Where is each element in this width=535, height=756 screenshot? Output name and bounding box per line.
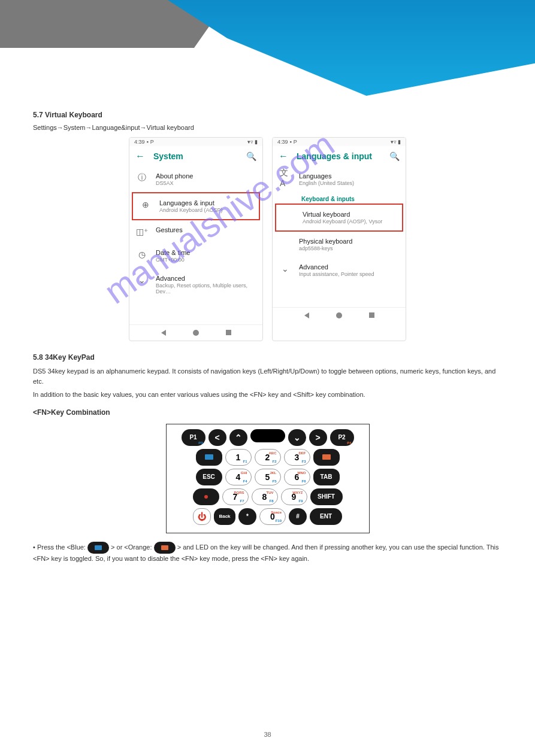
search-icon[interactable]: 🔍	[389, 151, 400, 161]
nav-home-icon[interactable]	[336, 312, 342, 318]
key-up: ⌃	[229, 429, 247, 446]
wifi-icon: ▾▿	[247, 139, 253, 145]
info-icon: ⓘ	[137, 172, 147, 183]
row-advanced[interactable]: ⌄ AdvancedInput assistance, Pointer spee…	[273, 257, 406, 283]
status-icon: ▪	[147, 139, 149, 145]
key-p2: P2P4	[330, 429, 354, 446]
key-8: 8TUVF8	[252, 488, 278, 505]
row-sub: DS5AX	[156, 180, 255, 186]
key-down: ⌄	[288, 429, 306, 446]
kb-paragraph-1: DS5 34key keypad is an alphanumeric keyp…	[33, 366, 502, 386]
row-sub: Backup, Reset options, Multiple users, D…	[156, 283, 255, 294]
row-title: Date & time	[156, 249, 255, 256]
status-p: P	[294, 139, 297, 145]
battery-icon: ▮	[255, 139, 258, 145]
row-sub: Android Keyboard (AOSP), Vysor	[303, 218, 395, 224]
row-gestures[interactable]: ◫⁺ Gestures	[129, 220, 262, 243]
row-advanced[interactable]: ⌄ AdvancedBackup, Reset options, Multipl…	[129, 269, 262, 300]
nav-recent-icon[interactable]	[369, 312, 374, 318]
row-title: Languages & input	[159, 199, 252, 207]
key-shift: SHIFT	[310, 488, 343, 505]
page-title: Languages & input	[297, 151, 381, 161]
battery-icon: ▮	[398, 139, 401, 145]
search-icon[interactable]: 🔍	[246, 151, 256, 161]
nav-home-icon[interactable]	[193, 330, 199, 336]
page-title: System	[153, 151, 238, 161]
back-icon[interactable]: ←	[135, 151, 145, 162]
key-7: 7PQRSF7	[222, 488, 249, 505]
key-fn-blue	[196, 449, 222, 466]
kb-section-label: Keyboard & inputs	[273, 192, 406, 204]
phone-languages-input: 4:39▪P ▾▿▮ ← Languages & input 🔍 文A Lang…	[272, 137, 406, 341]
key-2: 2ABCF2	[255, 449, 281, 466]
wifi-icon: ▾▿	[391, 139, 397, 145]
fn-blue-icon	[87, 542, 109, 554]
section-57-title: 5.7 Virtual Keyboard	[33, 111, 502, 119]
row-languages-input[interactable]: ⊕ Languages & inputAndroid Keyboard (AOS…	[132, 192, 260, 220]
row-sub: adp5588-keys	[299, 245, 398, 251]
page-number: 38	[0, 731, 535, 738]
section-57-path: Settings→System→Language&input→Virtual k…	[33, 124, 502, 131]
row-virtual-kb[interactable]: Virtual keyboardAndroid Keyboard (AOSP),…	[275, 204, 403, 232]
nav-recent-icon[interactable]	[226, 330, 231, 335]
key-1: 1F1	[225, 449, 252, 466]
kb-subheading: <FN>Key Combination	[33, 408, 502, 417]
section-58-title: 5.8 34Key KeyPad	[33, 353, 502, 362]
screenshot-row: 4:39▪P ▾▿▮ ← System 🔍 ⓘ About phoneDS5AX…	[33, 137, 502, 341]
key-power: ⏻	[193, 508, 211, 525]
nav-back-icon[interactable]	[304, 312, 309, 318]
key-esc: ESC	[196, 469, 222, 485]
row-title: Advanced	[156, 275, 255, 282]
status-bar: 4:39▪P ▾▿▮	[129, 138, 262, 146]
row-title: Advanced	[299, 263, 398, 271]
key-3: 3DEFF3	[284, 449, 310, 466]
phone-system: 4:39▪P ▾▿▮ ← System 🔍 ⓘ About phoneDS5AX…	[129, 137, 263, 341]
row-sub: English (United States)	[299, 180, 398, 186]
row-about[interactable]: ⓘ About phoneDS5AX	[129, 166, 262, 192]
row-title: Physical keyboard	[299, 238, 398, 245]
row-sub: Android Keyboard (AOSP)	[159, 207, 252, 213]
key-tab: TAB	[313, 469, 340, 485]
gesture-icon: ◫⁺	[137, 226, 147, 237]
clock-icon: ◷	[137, 249, 147, 260]
row-physical-kb[interactable]: Physical keyboardadp5588-keys	[273, 232, 406, 257]
row-title: About phone	[156, 172, 255, 180]
header-decoration	[0, 0, 535, 96]
key-scan	[250, 429, 285, 442]
chevron-down-icon: ⌄	[280, 263, 291, 274]
key-hash: #	[289, 508, 307, 525]
key-4: 4GHIF4	[225, 469, 252, 485]
fn-key-description: • Press the <Blue: > or <Orange: > and L…	[33, 542, 502, 564]
row-sub: Input assistance, Pointer speed	[299, 271, 398, 277]
key-enter: ENT	[310, 508, 342, 525]
translate-icon: 文A	[280, 172, 291, 183]
row-title: Languages	[299, 172, 398, 180]
app-bar: ← Languages & input 🔍	[273, 146, 406, 166]
row-datetime[interactable]: ◷ Date & timeGMT+00:00	[129, 243, 262, 269]
key-dot	[193, 488, 219, 505]
status-icon: ▪	[290, 139, 292, 145]
row-title: Gestures	[156, 226, 255, 233]
status-time: 4:39	[277, 139, 288, 145]
status-time: 4:39	[134, 139, 145, 145]
status-p: P	[150, 139, 154, 145]
key-0: 0SpaceF10	[259, 508, 286, 525]
nav-bar	[273, 307, 406, 323]
row-languages[interactable]: 文A LanguagesEnglish (United States)	[273, 166, 406, 192]
chevron-down-icon: ⌄	[137, 275, 147, 286]
nav-back-icon[interactable]	[161, 330, 166, 336]
key-9: 9WXYZF9	[281, 488, 307, 505]
row-sub: GMT+00:00	[156, 257, 255, 263]
nav-bar	[129, 324, 262, 341]
back-icon[interactable]: ←	[279, 151, 288, 162]
key-6: 6MNOF6	[284, 469, 310, 485]
kb-paragraph-2: In addition to the basic key values, you…	[33, 390, 502, 400]
key-5: 5JKLF5	[255, 469, 281, 485]
key-fn-orange	[313, 449, 340, 466]
row-title: Virtual keyboard	[303, 211, 395, 218]
key-p1: P1P3	[182, 429, 205, 446]
globe-icon: ⊕	[140, 199, 151, 210]
key-left: <	[208, 429, 226, 446]
fn-orange-icon	[154, 542, 176, 554]
key-right: >	[309, 429, 327, 446]
